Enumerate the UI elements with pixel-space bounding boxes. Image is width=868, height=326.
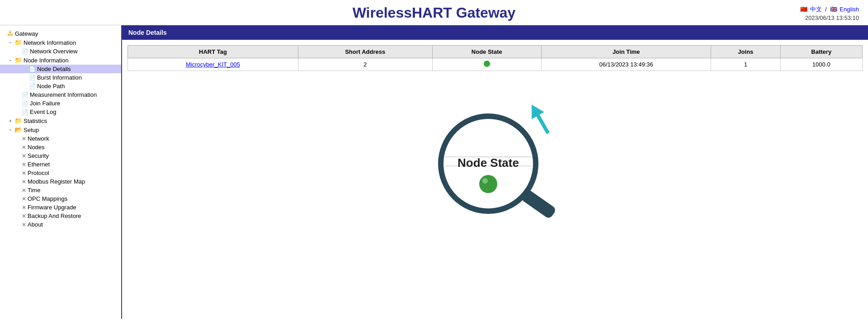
datetime-display: 2023/06/13 13:53:10	[800, 14, 859, 21]
sidebar-item-label: Measurement Information	[30, 91, 97, 98]
table-col-joins: Joins	[711, 46, 780, 58]
sidebar-item-measurement-information[interactable]: 📄Measurement Information	[0, 90, 121, 99]
sidebar-item-opc-mappings[interactable]: ✕OPC Mappings	[0, 194, 121, 203]
sidebar-item-network[interactable]: ✕Network	[0, 134, 121, 143]
sidebar-item-firmware-upgrade[interactable]: ✕Firmware Upgrade	[0, 203, 121, 212]
table-col-short-address: Short Address	[298, 46, 432, 58]
sidebar-item-backup-and-restore[interactable]: ✕Backup And Restore	[0, 212, 121, 220]
table-row: Microcyber_KIT_005206/13/2023 13:49:3611…	[128, 58, 863, 71]
sidebar-item-label: Modbus Register Map	[28, 178, 85, 185]
doc-icon: 📄	[22, 109, 28, 115]
sidebar-item-about[interactable]: ✕About	[0, 220, 121, 229]
table-col-battery: Battery	[780, 46, 863, 58]
expand-icon: −	[9, 58, 14, 63]
expand-icon: +	[9, 118, 14, 123]
sidebar-item-node-information[interactable]: −📁Node Information	[0, 56, 121, 65]
doc-icon: 📄	[22, 48, 28, 55]
gear-icon: ✕	[22, 196, 26, 202]
expand-spacer	[2, 31, 6, 36]
sidebar-item-label: Burst Information	[37, 74, 82, 81]
folder-icon: 📁	[14, 39, 22, 46]
doc-icon: 📄	[29, 75, 36, 81]
content-area: HART TagShort AddressNode StateJoin Time…	[122, 40, 868, 230]
sidebar-item-gateway[interactable]: 🖧Gateway	[0, 29, 121, 38]
expand-icon: −	[9, 128, 14, 132]
sidebar-item-label: Firmware Upgrade	[28, 204, 76, 211]
table-header-row: HART TagShort AddressNode StateJoin Time…	[128, 46, 863, 58]
expand-spacer	[16, 188, 21, 193]
sidebar-item-time[interactable]: ✕Time	[0, 186, 121, 194]
main-content: Node Details HART TagShort AddressNode S…	[122, 25, 868, 319]
expand-spacer	[16, 170, 21, 175]
expand-spacer	[16, 49, 21, 54]
gear-icon: ✕	[22, 213, 26, 219]
svg-point-3	[479, 175, 497, 193]
magnifier-label: Node State	[458, 156, 519, 170]
sidebar-item-ethernet[interactable]: ✕Ethernet	[0, 160, 121, 169]
sidebar-item-label: Join Failure	[30, 100, 60, 107]
gear-icon: ✕	[22, 170, 26, 176]
gear-icon: ✕	[22, 161, 26, 168]
folder-icon: 📁	[14, 57, 22, 64]
svg-point-4	[482, 178, 488, 184]
gear-icon: ✕	[22, 222, 26, 228]
lang-cn-link[interactable]: 中文	[810, 6, 822, 13]
expand-spacer	[24, 75, 28, 80]
sidebar-item-label: OPC Mappings	[28, 195, 67, 202]
cell-battery: 1000.0	[780, 58, 863, 71]
doc-icon: 📄	[22, 100, 28, 107]
table-body: Microcyber_KIT_005206/13/2023 13:49:3611…	[128, 58, 863, 71]
sidebar: 🖧Gateway−📁Network Information 📄Network O…	[0, 25, 122, 319]
page-header: WirelessHART Gateway 🇨🇳 中文 / 🇬🇧 English …	[0, 0, 868, 25]
sidebar-item-network-overview[interactable]: 📄Network Overview	[0, 47, 121, 56]
sidebar-item-label: Node Path	[37, 83, 65, 90]
sidebar-item-nodes[interactable]: ✕Nodes	[0, 143, 121, 151]
gear-icon: ✕	[22, 136, 26, 142]
language-selector: 🇨🇳 中文 / 🇬🇧 English 2023/06/13 13:53:10	[800, 5, 859, 21]
status-dot	[484, 61, 490, 67]
expand-spacer	[16, 109, 21, 114]
folder-open-icon: 📂	[14, 126, 22, 133]
sidebar-item-burst-information[interactable]: 📄Burst Information	[0, 73, 121, 82]
sidebar-item-label: Nodes	[28, 144, 45, 151]
cell-node-state	[432, 58, 542, 71]
lang-en-link[interactable]: English	[840, 6, 859, 13]
gear-icon: ✕	[22, 153, 26, 159]
expand-spacer	[16, 213, 21, 218]
sidebar-item-modbus-register-map[interactable]: ✕Modbus Register Map	[0, 177, 121, 186]
sidebar-item-node-details[interactable]: 📄Node Details	[0, 65, 121, 73]
doc-icon: 📄	[29, 66, 36, 72]
sidebar-item-label: Network	[28, 135, 49, 142]
sidebar-item-label: Network Information	[24, 39, 76, 46]
expand-spacer	[16, 162, 21, 167]
cell-short-address: 2	[298, 58, 432, 71]
cell-hart-tag[interactable]: Microcyber_KIT_005	[128, 58, 298, 71]
expand-icon: −	[9, 40, 14, 45]
main-layout: 🖧Gateway−📁Network Information 📄Network O…	[0, 25, 868, 319]
sidebar-item-label: Protocol	[28, 170, 49, 176]
expand-spacer	[16, 222, 21, 227]
hart-tag-link[interactable]: Microcyber_KIT_005	[186, 61, 240, 68]
sidebar-item-security[interactable]: ✕Security	[0, 151, 121, 160]
sidebar-item-label: Ethernet	[28, 161, 50, 168]
expand-spacer	[24, 84, 28, 89]
sidebar-item-protocol[interactable]: ✕Protocol	[0, 169, 121, 177]
sidebar-item-setup[interactable]: −📂Setup	[0, 125, 121, 134]
magnifier-svg: Node State	[418, 85, 572, 225]
doc-icon: 📄	[29, 83, 36, 90]
root-icon: 🖧	[7, 30, 14, 37]
sidebar-item-label: Gateway	[15, 30, 38, 37]
sidebar-item-label: Node Information	[24, 57, 69, 64]
table-col-join-time: Join Time	[542, 46, 711, 58]
sidebar-item-label: Event Log	[30, 109, 57, 115]
sidebar-item-join-failure[interactable]: 📄Join Failure	[0, 99, 121, 108]
sidebar-item-node-path[interactable]: 📄Node Path	[0, 82, 121, 90]
sidebar-item-label: Security	[28, 152, 49, 159]
sidebar-item-network-information[interactable]: −📁Network Information	[0, 38, 121, 47]
expand-spacer	[16, 205, 21, 210]
doc-icon: 📄	[22, 92, 28, 98]
sidebar-item-statistics[interactable]: +📁Statistics	[0, 116, 121, 125]
expand-spacer	[16, 136, 21, 141]
sidebar-item-label: Time	[28, 187, 40, 194]
sidebar-item-event-log[interactable]: 📄Event Log	[0, 108, 121, 116]
